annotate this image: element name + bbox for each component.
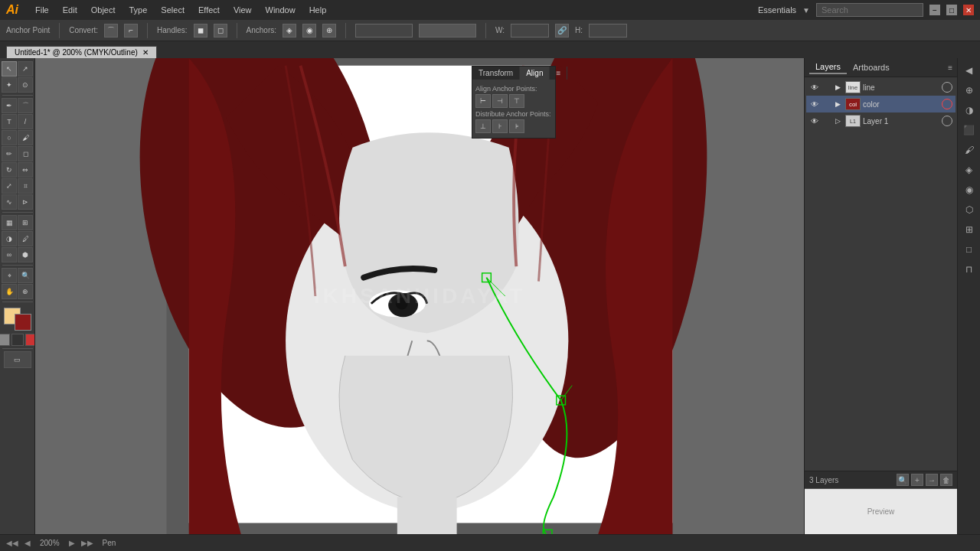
handles-hide-btn[interactable]: ◻ [214,24,227,37]
shear-tool[interactable]: ⌗ [18,178,33,194]
tab-close-btn[interactable]: ✕ [142,48,149,57]
layer-eye-line[interactable]: 👁 [809,82,820,93]
eyedropper-tool[interactable]: 🖊 [18,231,33,246]
prev-page-btn[interactable]: ◀◀ [6,539,18,547]
layer-row-layer1[interactable]: 👁 ▷ L1 Layer 1 [806,112,956,129]
transform-tab[interactable]: Transform [472,67,520,80]
artboards-tab[interactable]: Artboards [847,61,896,73]
layer-row-line[interactable]: 👁 ▶ line line [806,79,956,96]
document-tab[interactable]: Untitled-1* @ 200% (CMYK/Outline) ✕ [6,46,157,58]
menu-file[interactable]: File [29,4,55,16]
rotate-tool[interactable]: ↻ [2,162,17,178]
layer-eye-color[interactable]: 👁 [809,99,820,109]
search-layers-btn[interactable]: 🔍 [897,474,909,486]
hand-tool[interactable]: ✋ [2,284,17,299]
live-paint-tool[interactable]: ⬢ [18,247,33,262]
magic-wand-tool[interactable]: ✦ [2,77,17,93]
align-tab[interactable]: Align [520,67,550,80]
menu-effect[interactable]: Effect [192,4,226,16]
layers-tab[interactable]: Layers [809,60,847,74]
artboards-panel-btn[interactable]: ▭ [4,351,31,368]
distribute-vert-btn[interactable]: ⊦ [492,119,508,133]
mini-swatch-1[interactable] [0,334,10,346]
menu-type[interactable]: Type [123,4,154,16]
zoom-tool[interactable]: 🔍 [18,268,33,283]
selection-tool[interactable]: ↖ [2,61,17,77]
align-btn[interactable]: ⊞ [960,220,978,239]
zoom-tool2[interactable]: ⊕ [18,284,33,299]
navigator-btn[interactable]: ⊕ [960,81,978,99]
convert-corner-btn[interactable]: ⌐ [124,24,138,37]
slice-tool[interactable]: ⌖ [2,268,17,283]
menu-edit[interactable]: Edit [57,4,83,16]
appearance-btn[interactable]: ◉ [960,181,978,199]
anchors-show-btn[interactable]: ◈ [283,24,296,37]
pathfinder-btn[interactable]: ⊓ [960,260,978,279]
gradient-tool[interactable]: ◑ [2,231,17,246]
pencil-tool[interactable]: ✏ [2,146,17,161]
layer-circle-layer1[interactable] [942,116,952,126]
column-graph-tool[interactable]: ▦ [2,215,17,230]
y-coordinate-input[interactable]: 193.62 pt [419,24,476,37]
next-btn[interactable]: ▶ [69,539,75,547]
minimize-button[interactable]: − [929,5,940,15]
ellipse-tool[interactable]: ○ [2,130,17,145]
reflect-tool[interactable]: ⇔ [18,162,33,178]
menu-help[interactable]: Help [303,4,333,16]
h-input[interactable]: 0 pt [589,24,627,37]
canvas-area[interactable]: IKHSANHIDAYAT Transform Align ≡ Align An… [35,58,804,534]
curvature-tool[interactable]: ⌒ [18,98,33,113]
w-input[interactable]: 0 pt [511,24,549,37]
symbols-btn[interactable]: ◈ [960,161,978,179]
brushes-btn[interactable]: 🖌 [960,141,978,159]
width-tool[interactable]: ⊳ [18,194,33,210]
x-coordinate-input[interactable]: 355.62 pt [355,24,413,37]
layer-circle-color[interactable] [942,99,952,109]
layer-expand-layer1[interactable]: ▷ [835,117,843,125]
next-page-btn[interactable]: ▶▶ [81,539,93,547]
prev-btn[interactable]: ◀ [24,539,31,547]
distribute-space-btn[interactable]: ⊧ [509,119,524,133]
handles-show-btn[interactable]: ◼ [194,24,207,37]
layer-expand-color[interactable]: ▶ [835,100,843,108]
align-options-btn[interactable]: ≡ [550,67,567,80]
search-input[interactable] [816,3,923,17]
close-button[interactable]: ✕ [963,5,974,15]
stroke-color[interactable] [15,314,31,331]
layer-expand-line[interactable]: ▶ [835,83,843,91]
delete-layer-btn[interactable]: 🗑 [940,474,952,486]
lasso-tool[interactable]: ⊙ [18,77,33,93]
mini-swatch-2[interactable] [11,334,24,346]
pen-tool[interactable]: ✒ [2,98,17,113]
new-layer-btn[interactable]: + [911,474,923,486]
mesh-tool[interactable]: ⊞ [18,215,33,230]
blend-tool[interactable]: ∞ [2,247,17,262]
line-tool[interactable]: / [18,114,33,129]
mini-swatch-3[interactable] [25,334,36,346]
chevron-down-icon[interactable]: ▼ [802,6,810,15]
align-center-btn[interactable]: ⊣ [492,94,508,108]
align-right-btn[interactable]: ⊤ [509,94,524,108]
transform-btn[interactable]: □ [960,240,978,259]
layers-panel-menu-btn[interactable]: ≡ [948,64,952,72]
link-wh-btn[interactable]: 🔗 [555,24,569,37]
type-tool[interactable]: T [2,114,17,129]
eraser-tool[interactable]: ◻ [18,146,33,161]
color-panel-btn[interactable]: ◑ [960,101,978,119]
distribute-horiz-btn[interactable]: ⊥ [475,119,491,133]
layer-circle-line[interactable] [942,82,952,93]
direct-selection-tool[interactable]: ↗ [18,61,33,77]
scale-tool[interactable]: ⤢ [2,178,17,194]
collapse-right-btn[interactable]: ◀ [960,61,978,80]
menu-select[interactable]: Select [155,4,191,16]
graphic-styles-btn[interactable]: ⬡ [960,201,978,219]
anchors-option-btn[interactable]: ◉ [302,24,316,37]
convert-smooth-btn[interactable]: ⌒ [104,24,118,37]
menu-object[interactable]: Object [85,4,122,16]
maximize-button[interactable]: □ [946,5,957,15]
align-left-btn[interactable]: ⊢ [475,94,491,108]
paintbrush-tool[interactable]: 🖌 [18,130,33,145]
layer-row-color[interactable]: 👁 ▶ col color [806,96,956,112]
layer-eye-layer1[interactable]: 👁 [809,116,820,126]
warp-tool[interactable]: ∿ [2,194,17,210]
